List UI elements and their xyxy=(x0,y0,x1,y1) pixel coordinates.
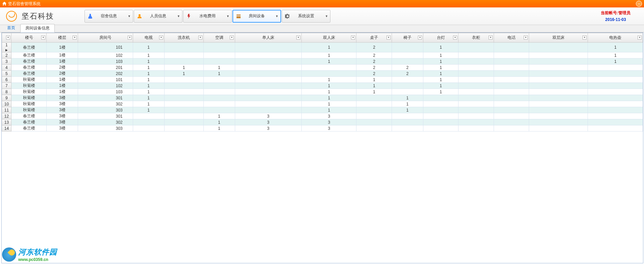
cell-single_bed[interactable] xyxy=(235,58,301,65)
table-row[interactable]: 14春兰楼3楼303133 xyxy=(2,125,643,131)
cell-lamp[interactable] xyxy=(423,113,458,119)
filter-dropdown-icon[interactable]: ▾ xyxy=(418,35,422,40)
row-number[interactable]: 12 xyxy=(2,113,11,119)
cell-kettle[interactable] xyxy=(588,71,643,77)
filter-dropdown-icon[interactable]: ▾ xyxy=(230,35,234,40)
cell-phone[interactable] xyxy=(494,43,529,52)
column-header-desk[interactable]: 桌子▾ xyxy=(356,33,392,43)
cell-wardrobe[interactable] xyxy=(459,101,494,107)
cell-desk[interactable] xyxy=(356,101,392,107)
cell-wardrobe[interactable] xyxy=(459,107,494,113)
cell-floor[interactable]: 2楼 xyxy=(47,71,78,77)
table-row[interactable]: 11秋菊楼3楼303111 xyxy=(2,107,643,113)
menu-power[interactable]: 水电费用▼ xyxy=(183,10,232,23)
cell-washer[interactable] xyxy=(164,107,203,113)
cell-single_bed[interactable] xyxy=(235,83,301,89)
cell-room[interactable]: 302 xyxy=(78,119,133,125)
cell-bunk[interactable] xyxy=(529,65,588,71)
cell-floor[interactable]: 1楼 xyxy=(47,52,78,58)
cell-chair[interactable]: 1 xyxy=(392,95,423,101)
cell-wardrobe[interactable] xyxy=(459,65,494,71)
cell-wardrobe[interactable] xyxy=(459,52,494,58)
cell-floor[interactable]: 1楼 xyxy=(47,89,78,95)
cell-ac[interactable]: 1 xyxy=(203,119,235,125)
cell-ac[interactable]: 1 xyxy=(203,65,235,71)
table-row[interactable]: 10秋菊楼3楼302111 xyxy=(2,101,643,107)
filter-dropdown-icon[interactable]: ▾ xyxy=(524,35,528,40)
cell-room[interactable]: 303 xyxy=(78,125,133,131)
row-number[interactable]: 3 xyxy=(2,58,11,65)
cell-bunk[interactable] xyxy=(529,101,588,107)
cell-single_bed[interactable] xyxy=(235,107,301,113)
cell-ac[interactable]: 1 xyxy=(203,71,235,77)
cell-phone[interactable] xyxy=(494,58,529,65)
cell-building[interactable]: 秋菊楼 xyxy=(11,89,46,95)
cell-lamp[interactable]: 1 xyxy=(423,52,458,58)
filter-dropdown-icon[interactable]: ▾ xyxy=(159,35,163,40)
cell-single_bed[interactable] xyxy=(235,65,301,71)
cell-washer[interactable]: 1 xyxy=(164,65,203,71)
filter-dropdown-icon[interactable]: ▾ xyxy=(198,35,202,40)
cell-bunk[interactable] xyxy=(529,107,588,113)
row-number[interactable]: 9 xyxy=(2,95,11,101)
cell-ac[interactable] xyxy=(203,83,235,89)
cell-desk[interactable]: 1 xyxy=(356,89,392,95)
cell-bunk[interactable] xyxy=(529,77,588,83)
cell-floor[interactable]: 1楼 xyxy=(47,58,78,65)
cell-desk[interactable] xyxy=(356,113,392,119)
column-header-washer[interactable]: 洗衣机▾ xyxy=(164,33,203,43)
cell-double_bed[interactable]: 1 xyxy=(301,58,356,65)
cell-phone[interactable] xyxy=(494,77,529,83)
cell-floor[interactable]: 2楼 xyxy=(47,65,78,71)
cell-floor[interactable]: 3楼 xyxy=(47,107,78,113)
cell-tv[interactable]: 1 xyxy=(133,89,164,95)
cell-building[interactable]: 春兰楼 xyxy=(11,125,46,131)
table-row[interactable]: 13春兰楼3楼302133 xyxy=(2,119,643,125)
cell-ac[interactable]: 1 xyxy=(203,113,235,119)
column-header-ac[interactable]: 空调▾ xyxy=(203,33,235,43)
cell-room[interactable]: 202 xyxy=(78,71,133,77)
cell-tv[interactable]: 1 xyxy=(133,77,164,83)
cell-floor[interactable]: 3楼 xyxy=(47,113,78,119)
column-header-building[interactable]: 楼号▾ xyxy=(11,33,46,43)
cell-tv[interactable] xyxy=(133,119,164,125)
cell-kettle[interactable] xyxy=(588,83,643,89)
cell-washer[interactable] xyxy=(164,113,203,119)
row-number[interactable]: 7 xyxy=(2,83,11,89)
cell-washer[interactable] xyxy=(164,89,203,95)
row-number[interactable]: 4 xyxy=(2,65,11,71)
cell-tv[interactable]: 1 xyxy=(133,107,164,113)
cell-floor[interactable]: 3楼 xyxy=(47,119,78,125)
cell-bunk[interactable] xyxy=(529,43,588,52)
cell-lamp[interactable]: 1 xyxy=(423,65,458,71)
column-header-bunk[interactable]: 双层床▾ xyxy=(529,33,588,43)
cell-desk[interactable] xyxy=(356,119,392,125)
filter-dropdown-icon[interactable]: ▾ xyxy=(583,35,587,40)
row-number[interactable]: 1 ▶ xyxy=(2,43,11,52)
table-row[interactable]: 1 ▶春兰楼1楼10111211 xyxy=(2,43,643,52)
column-header-tv[interactable]: 电视▾ xyxy=(133,33,164,43)
cell-bunk[interactable] xyxy=(529,119,588,125)
row-number[interactable]: 11 xyxy=(2,107,11,113)
cell-single_bed[interactable] xyxy=(235,43,301,52)
cell-building[interactable]: 秋菊楼 xyxy=(11,95,46,101)
cell-chair[interactable]: 2 xyxy=(392,71,423,77)
cell-kettle[interactable]: 1 xyxy=(588,43,643,52)
cell-phone[interactable] xyxy=(494,107,529,113)
cell-tv[interactable]: 1 xyxy=(133,52,164,58)
cell-ac[interactable] xyxy=(203,43,235,52)
cell-bunk[interactable] xyxy=(529,113,588,119)
cell-lamp[interactable] xyxy=(423,119,458,125)
cell-chair[interactable] xyxy=(392,89,423,95)
cell-chair[interactable] xyxy=(392,52,423,58)
filter-dropdown-icon[interactable]: ▾ xyxy=(41,35,45,40)
cell-lamp[interactable] xyxy=(423,95,458,101)
filter-dropdown-icon[interactable]: ▾ xyxy=(296,35,300,40)
filter-dropdown-icon[interactable]: ▾ xyxy=(489,35,493,40)
cell-ac[interactable] xyxy=(203,52,235,58)
filter-dropdown-icon[interactable]: ▾ xyxy=(128,35,132,40)
column-header-floor[interactable]: 楼层▾ xyxy=(47,33,78,43)
cell-chair[interactable]: 2 xyxy=(392,65,423,71)
cell-room[interactable]: 302 xyxy=(78,101,133,107)
row-number[interactable]: 13 xyxy=(2,119,11,125)
